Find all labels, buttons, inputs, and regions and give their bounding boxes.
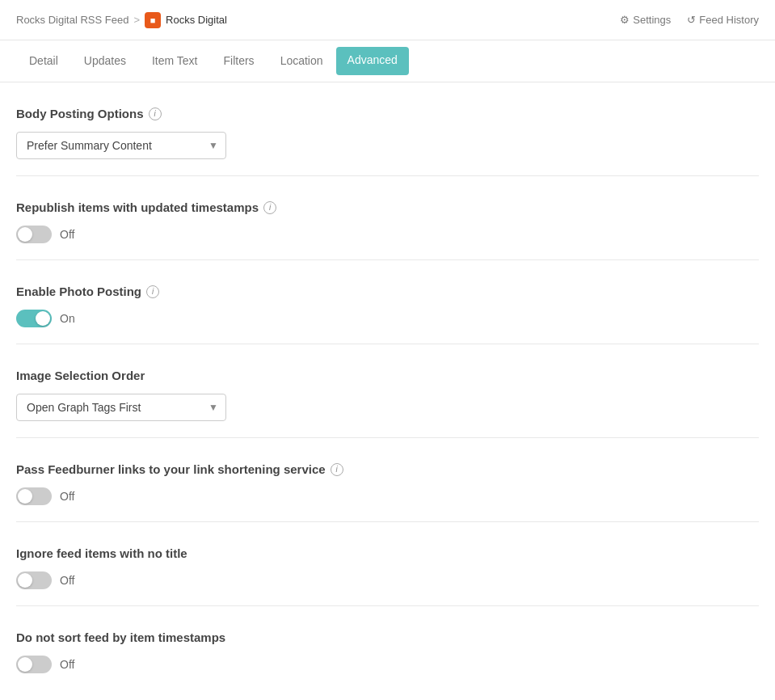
tab-location[interactable]: Location [267,43,336,81]
body-posting-info-icon[interactable]: i [149,108,162,120]
image-selection-select-wrap: Open Graph Tags First Body Content First… [16,394,226,421]
section-title-body-posting: Body Posting Options i [16,107,759,120]
section-feedburner: Pass Feedburner links to your link short… [16,462,759,522]
photo-posting-info-icon[interactable]: i [146,285,159,298]
header-actions: ⚙ Settings ↺ Feed History [620,14,759,26]
photo-posting-toggle-row: On [16,310,759,327]
ignore-no-title-toggle-thumb [18,573,32,588]
feedburner-toggle-thumb [18,489,32,504]
no-sort-toggle-track[interactable] [16,656,52,673]
tab-updates[interactable]: Updates [71,43,139,81]
tab-item-text[interactable]: Item Text [139,43,211,81]
section-title-photo-posting: Enable Photo Posting i [16,285,759,298]
section-title-feedburner: Pass Feedburner links to your link short… [16,462,759,476]
image-selection-select[interactable]: Open Graph Tags First Body Content First… [16,394,226,421]
tabs-bar: Detail Updates Item Text Filters Locatio… [0,40,775,82]
image-selection-title-text: Image Selection Order [16,369,145,382]
feed-history-label: Feed History [699,14,759,26]
photo-posting-toggle-track[interactable] [16,310,52,327]
republish-toggle-track[interactable] [16,226,52,243]
ignore-no-title-toggle-label: Off [60,574,74,587]
section-title-image-selection: Image Selection Order [16,369,759,382]
republish-title-text: Republish items with updated timestamps [16,200,259,214]
ignore-no-title-text: Ignore feed items with no title [16,546,187,560]
no-sort-toggle[interactable] [16,656,52,673]
ignore-no-title-toggle-track[interactable] [16,571,52,589]
feedburner-toggle-track[interactable] [16,487,52,505]
settings-label: Settings [633,14,671,26]
section-ignore-no-title: Ignore feed items with no title Off [16,546,759,606]
section-title-no-sort: Do not sort feed by item timestamps [16,630,759,644]
section-body-posting: Body Posting Options i Prefer Summary Co… [16,107,759,176]
republish-toggle[interactable] [16,226,52,243]
breadcrumb: Rocks Digital RSS Feed > ■ Rocks Digital [16,12,227,28]
section-title-ignore-no-title: Ignore feed items with no title [16,546,759,560]
section-photo-posting: Enable Photo Posting i On [16,285,759,344]
tab-detail[interactable]: Detail [16,43,71,81]
settings-link[interactable]: ⚙ Settings [620,14,671,26]
header: Rocks Digital RSS Feed > ■ Rocks Digital… [0,0,775,40]
no-sort-toggle-thumb [18,657,32,672]
tab-filters[interactable]: Filters [211,43,267,81]
breadcrumb-current: Rocks Digital [166,14,227,26]
photo-posting-title-text: Enable Photo Posting [16,285,141,298]
republish-toggle-thumb [18,227,32,242]
feedburner-toggle[interactable] [16,487,52,505]
photo-posting-toggle-label: On [60,312,75,325]
history-icon: ↺ [687,14,696,26]
section-image-selection: Image Selection Order Open Graph Tags Fi… [16,369,759,438]
photo-posting-toggle[interactable] [16,310,52,327]
body-posting-select-wrap: Prefer Summary Content Full Content Summ… [16,132,226,159]
photo-posting-toggle-thumb [36,311,50,326]
breadcrumb-separator: > [133,14,140,26]
ignore-no-title-toggle[interactable] [16,571,52,589]
feedburner-toggle-row: Off [16,487,759,505]
feedburner-title-text: Pass Feedburner links to your link short… [16,462,326,476]
breadcrumb-parent[interactable]: Rocks Digital RSS Feed [16,14,128,26]
gear-icon: ⚙ [620,14,630,26]
tab-advanced[interactable]: Advanced [336,47,409,75]
no-sort-toggle-row: Off [16,656,759,673]
body-posting-title-text: Body Posting Options [16,107,144,120]
feedburner-info-icon[interactable]: i [331,463,343,476]
republish-toggle-row: Off [16,226,759,243]
ignore-no-title-toggle-row: Off [16,571,759,589]
feedburner-toggle-label: Off [60,490,74,503]
main-content: Body Posting Options i Prefer Summary Co… [0,82,775,700]
republish-info-icon[interactable]: i [263,201,276,214]
feed-history-link[interactable]: ↺ Feed History [687,14,759,26]
section-title-republish: Republish items with updated timestamps … [16,200,759,214]
rss-icon: ■ [145,12,161,28]
section-no-sort: Do not sort feed by item timestamps Off [16,630,759,689]
republish-toggle-label: Off [60,228,74,241]
no-sort-toggle-label: Off [60,658,74,671]
body-posting-select[interactable]: Prefer Summary Content Full Content Summ… [16,132,226,159]
section-republish: Republish items with updated timestamps … [16,200,759,260]
no-sort-title-text: Do not sort feed by item timestamps [16,630,225,644]
